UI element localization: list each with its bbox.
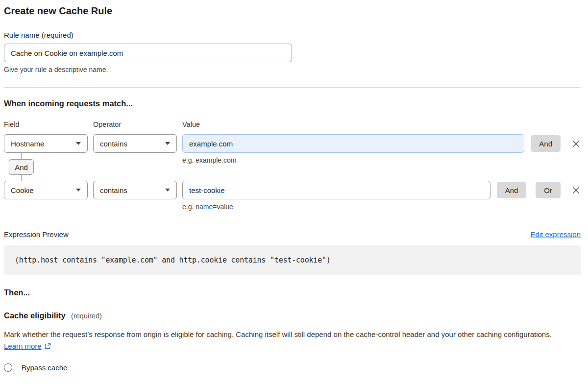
operator-select-1[interactable]: contains <box>93 134 177 153</box>
description-text: Mark whether the request’s response from… <box>4 330 552 338</box>
expression-code: (http.host contains "example.com" and ht… <box>4 245 581 275</box>
operator-select-2-value: contains <box>100 186 127 194</box>
rule-name-input[interactable] <box>4 44 292 62</box>
edit-expression-link[interactable]: Edit expression <box>530 230 581 239</box>
expression-preview-label: Expression Preview <box>4 230 69 239</box>
condition-connector: And <box>4 159 581 175</box>
field-column-label: Field <box>4 120 93 128</box>
rule-name-section: Rule name (required) Give your rule a de… <box>4 31 581 73</box>
and-button-row2[interactable]: And <box>497 182 527 198</box>
match-heading: When incoming requests match... <box>4 99 581 108</box>
condition-row-2: Cookie contains e.g. name=value And Or <box>4 181 581 211</box>
create-cache-rule-page: Create new Cache Rule Rule name (require… <box>0 0 588 384</box>
external-link-icon <box>44 343 51 351</box>
or-button-row2[interactable]: Or <box>536 182 561 198</box>
operator-column-label: Operator <box>93 120 182 128</box>
value-input-1[interactable] <box>182 134 524 153</box>
chevron-down-icon <box>76 142 81 145</box>
cache-eligibility-description: Mark whether the request’s response from… <box>4 329 572 353</box>
value-column-2: e.g. name=value <box>182 181 490 211</box>
chevron-down-icon <box>165 189 170 192</box>
value-column-label: Value <box>182 120 581 128</box>
section-divider <box>4 87 581 88</box>
value-hint-2: e.g. name=value <box>182 203 490 211</box>
field-select-1[interactable]: Hostname <box>4 134 88 153</box>
value-input-2[interactable] <box>182 181 490 199</box>
chevron-down-icon <box>165 142 170 145</box>
field-select-2[interactable]: Cookie <box>4 181 88 199</box>
operator-select-1-value: contains <box>100 140 127 148</box>
remove-condition-icon[interactable] <box>571 185 581 195</box>
page-title: Create new Cache Rule <box>4 5 581 17</box>
remove-condition-icon[interactable] <box>571 139 581 148</box>
expression-preview-header: Expression Preview Edit expression <box>4 230 581 239</box>
row-actions-2: And Or <box>497 182 581 198</box>
cache-eligibility-header: Cache eligibility (required) <box>4 311 581 320</box>
field-select-2-value: Cookie <box>11 186 34 194</box>
connector-and-button[interactable]: And <box>9 159 34 175</box>
field-select-1-value: Hostname <box>11 140 44 148</box>
cache-eligibility-heading: Cache eligibility <box>4 311 66 320</box>
learn-more-link[interactable]: Learn more <box>4 342 42 350</box>
rule-name-label: Rule name (required) <box>4 31 581 39</box>
radio-option-bypass-cache[interactable]: Bypass cache <box>4 363 581 372</box>
condition-column-labels: Field Operator Value <box>4 120 581 128</box>
rule-name-helper: Give your rule a descriptive name. <box>4 66 581 73</box>
radio-unselected-icon[interactable] <box>4 363 12 372</box>
radio-label: Bypass cache <box>22 363 67 372</box>
row-actions-1: And <box>531 135 581 152</box>
operator-select-2[interactable]: contains <box>93 181 177 199</box>
then-heading: Then... <box>4 288 581 297</box>
and-button-row1[interactable]: And <box>531 135 561 152</box>
connector-line <box>21 153 22 159</box>
required-note: (required) <box>71 312 102 320</box>
connector-line <box>21 175 22 181</box>
chevron-down-icon <box>76 189 81 192</box>
